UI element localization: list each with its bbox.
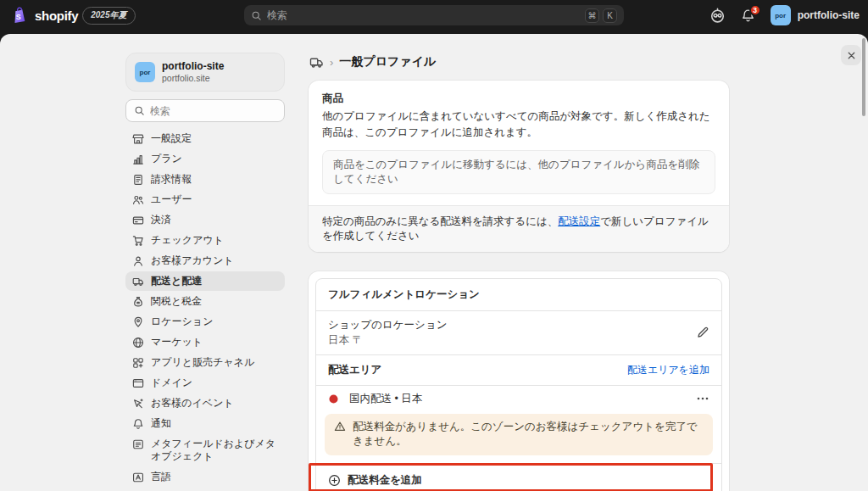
sidebar-item-label: 配送と配達: [151, 275, 278, 287]
global-search[interactable]: ⌘ K: [244, 5, 624, 25]
plan-icon: [132, 153, 144, 165]
sidebar-item-customer-accounts[interactable]: お客様アカウント: [125, 251, 285, 271]
sidebar-item-markets[interactable]: マーケット: [125, 332, 285, 352]
svg-text:S: S: [16, 13, 21, 21]
sidebar-item-duties[interactable]: 関税と税金: [125, 292, 285, 311]
topbar-actions: 3 por portfolio-site: [709, 0, 860, 31]
sidebar-item-notifications[interactable]: 通知: [125, 414, 285, 433]
settings-sidebar: por portfolio-site portfolio.site 一般設定プラ…: [125, 53, 285, 491]
zone-menu-dots-icon[interactable]: [696, 392, 709, 405]
billing-icon: [132, 174, 144, 186]
metafields-icon: [132, 438, 144, 450]
account-menu[interactable]: por portfolio-site: [771, 5, 860, 25]
settings-nav: 一般設定プラン請求情報ユーザー決済チェックアウトお客様アカウント配送と配達関税と…: [125, 129, 285, 491]
sidebar-item-label: 一般設定: [151, 132, 278, 145]
fulfillment-card: フルフィルメントロケーション ショップのロケーション 日本 〒 配送エリア 配送…: [309, 271, 729, 491]
add-shipping-rate-label: 配送料金を追加: [348, 473, 422, 488]
k-key: K: [603, 8, 617, 23]
add-zone-link[interactable]: 配送エリアを追加: [627, 363, 709, 377]
payments-icon: [132, 215, 144, 226]
users-icon: [132, 194, 144, 206]
shipping-icon: [132, 276, 144, 287]
notification-count-badge: 3: [749, 4, 761, 16]
store-name: portfolio-site: [162, 60, 224, 73]
sidebar-item-label: 請求情報: [151, 173, 278, 186]
warning-icon: [334, 421, 346, 432]
notifications-button[interactable]: 3: [741, 8, 755, 23]
top-bar: S shopify 2025年夏 ⌘ K 3 por portfolio-sit…: [0, 0, 868, 31]
sidebar-item-customer-events[interactable]: お客様のイベント: [125, 393, 285, 413]
sidebar-item-locations[interactable]: ロケーション: [125, 312, 285, 332]
sidebar-item-label: アプリと販売チャネル: [151, 356, 278, 369]
search-icon: [251, 10, 262, 21]
shipping-settings-link[interactable]: 配送設定: [558, 215, 600, 227]
settings-modal: por portfolio-site portfolio.site 一般設定プラ…: [0, 34, 868, 491]
store-icon: [132, 133, 144, 145]
add-shipping-rate-button[interactable]: 配送料金を追加: [316, 463, 721, 491]
sidebar-item-label: プラン: [151, 153, 278, 165]
store-header: por portfolio-site portfolio.site: [125, 53, 285, 92]
sidebar-item-checkout[interactable]: チェックアウト: [125, 231, 285, 250]
markets-icon: [132, 337, 144, 349]
sidebar-item-store[interactable]: 一般設定: [125, 129, 285, 148]
sidebar-item-label: マーケット: [151, 336, 278, 349]
sidebar-item-privacy[interactable]: お客様のプライバシー: [125, 488, 285, 491]
domains-icon: [132, 377, 144, 389]
products-card: 商品 他のプロファイルに含まれていないすべての商品が対象です。新しく作成された商…: [309, 81, 729, 252]
sidebar-item-label: お客様のイベント: [151, 397, 278, 410]
settings-search[interactable]: [125, 99, 285, 122]
footer-text-before: 特定の商品のみに異なる配送料を請求するには、: [322, 215, 558, 227]
shop-location-label: ショップのロケーション: [328, 317, 447, 332]
search-shortcut: ⌘ K: [585, 8, 617, 23]
search-icon: [134, 105, 145, 116]
zone-row-domestic[interactable]: 国内配送 • 日本: [316, 386, 721, 412]
warning-text: 配送料金がありません。このゾーンのお客様はチェックアウトを完了できません。: [353, 420, 704, 449]
account-avatar: por: [771, 5, 791, 25]
sidebar-item-plan[interactable]: プラン: [125, 149, 285, 169]
languages-icon: [132, 471, 144, 483]
settings-content: › 一般プロファイル 商品 他のプロファイルに含まれていないすべての商品が対象で…: [309, 53, 729, 491]
sidebar-item-label: 通知: [151, 417, 278, 430]
shipping-zones-title: 配送エリア: [328, 363, 381, 377]
edition-badge: 2025年夏: [82, 7, 135, 25]
sidebar-item-languages[interactable]: 言語: [125, 467, 285, 487]
edit-location-icon[interactable]: [696, 326, 709, 339]
shopify-logo[interactable]: S shopify: [10, 6, 78, 25]
sidebar-item-shipping[interactable]: 配送と配達: [125, 271, 285, 291]
sidebar-item-payments[interactable]: 決済: [125, 210, 285, 230]
vertical-scrollbar[interactable]: [862, 38, 865, 116]
shop-location-row: ショップのロケーション 日本 〒: [316, 311, 721, 355]
chevron-right-icon: ›: [330, 56, 333, 69]
shipping-zones-header: 配送エリア 配送エリアを追加: [316, 355, 721, 386]
fulfillment-card-title: フルフィルメントロケーション: [316, 279, 721, 311]
page-title: 一般プロファイル: [339, 54, 436, 70]
sidebar-item-label: 言語: [151, 471, 278, 483]
shopify-bag-icon: S: [10, 6, 29, 25]
sidebar-item-label: 決済: [151, 214, 278, 226]
sidebar-item-metafields[interactable]: メタフィールドおよびメタオブジェクト: [125, 434, 285, 466]
checkout-icon: [132, 235, 144, 247]
global-search-input[interactable]: [267, 9, 580, 21]
sidebar-item-apps[interactable]: アプリと販売チャネル: [125, 353, 285, 372]
locations-icon: [132, 316, 144, 328]
no-rates-warning-banner: 配送料金がありません。このゾーンのお客様はチェックアウトを完了できません。: [325, 414, 713, 455]
close-button[interactable]: [841, 45, 861, 65]
customer-events-icon: [132, 398, 144, 410]
japan-flag-icon: [328, 393, 339, 405]
account-name: portfolio-site: [798, 9, 860, 21]
sidebar-item-billing[interactable]: 請求情報: [125, 170, 285, 189]
sidebar-item-users[interactable]: ユーザー: [125, 190, 285, 209]
settings-search-input[interactable]: [150, 105, 276, 117]
cmd-key: ⌘: [585, 8, 599, 23]
sidebar-item-label: ユーザー: [151, 193, 278, 206]
shipping-icon: [309, 55, 324, 70]
notifications-icon: [132, 418, 144, 430]
products-card-description: 他のプロファイルに含まれていないすべての商品が対象です。新しく作成された商品は、…: [322, 109, 715, 141]
sidebar-item-label: お客様アカウント: [151, 254, 278, 267]
sidebar-item-label: メタフィールドおよびメタオブジェクト: [151, 438, 278, 463]
sidekick-icon[interactable]: [709, 8, 726, 24]
shopify-wordmark: shopify: [35, 8, 78, 23]
products-card-title: 商品: [322, 92, 715, 106]
sidebar-item-domains[interactable]: ドメイン: [125, 373, 285, 393]
products-card-footer: 特定の商品のみに異なる配送料を請求するには、配送設定で新しいプロファイルを作成し…: [309, 205, 729, 252]
